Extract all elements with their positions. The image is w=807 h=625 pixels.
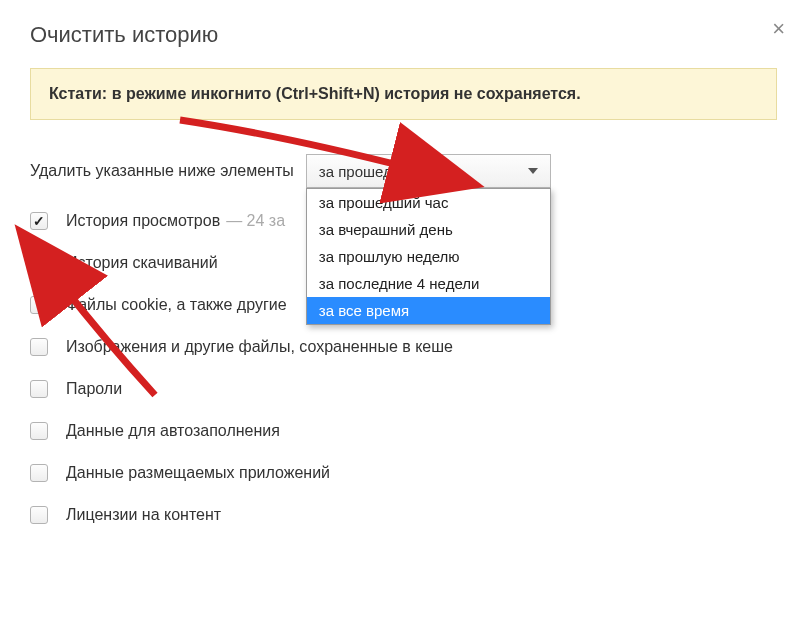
- dialog-title: Очистить историю: [30, 22, 777, 48]
- time-range-option[interactable]: за вчерашний день: [307, 216, 550, 243]
- option-row: Данные для автозаполнения: [30, 422, 777, 440]
- option-label: История скачиваний: [66, 254, 218, 272]
- option-suffix: — 24 за: [226, 212, 285, 230]
- hint-prefix: Кстати:: [49, 85, 107, 102]
- time-range-option[interactable]: за последние 4 недели: [307, 270, 550, 297]
- option-row: Данные размещаемых приложений: [30, 464, 777, 482]
- time-range-option[interactable]: за все время: [307, 297, 550, 324]
- option-label: Файлы cookie, а также другие: [66, 296, 287, 314]
- time-range-dropdown[interactable]: за прошедший часза вчерашний деньза прош…: [306, 188, 551, 325]
- incognito-hint-banner: Кстати: в режиме инкогнито (Ctrl+Shift+N…: [30, 68, 777, 120]
- clear-history-dialog: × Очистить историю Кстати: в режиме инко…: [0, 0, 807, 568]
- checkbox[interactable]: [30, 422, 48, 440]
- chevron-down-icon: [528, 168, 538, 174]
- option-row: Изображения и другие файлы, сохраненные …: [30, 338, 777, 356]
- option-label: Данные размещаемых приложений: [66, 464, 330, 482]
- checkbox[interactable]: [30, 338, 48, 356]
- time-range-selected-value: за прошедший час: [319, 163, 449, 180]
- time-range-row: Удалить указанные ниже элементы за проше…: [30, 154, 777, 188]
- checkbox[interactable]: [30, 212, 48, 230]
- option-row: Пароли: [30, 380, 777, 398]
- checkbox[interactable]: [30, 254, 48, 272]
- time-range-select-wrap: за прошедший час за прошедший часза вчер…: [306, 154, 551, 188]
- time-range-label: Удалить указанные ниже элементы: [30, 162, 294, 180]
- checkbox[interactable]: [30, 380, 48, 398]
- time-range-select[interactable]: за прошедший час: [306, 154, 551, 188]
- checkbox[interactable]: [30, 464, 48, 482]
- option-label: Лицензии на контент: [66, 506, 221, 524]
- time-range-option[interactable]: за прошедший час: [307, 189, 550, 216]
- checkbox[interactable]: [30, 296, 48, 314]
- option-label: Изображения и другие файлы, сохраненные …: [66, 338, 453, 356]
- close-icon[interactable]: ×: [772, 18, 785, 40]
- hint-text: в режиме инкогнито (Ctrl+Shift+N) истори…: [107, 85, 580, 102]
- time-range-option[interactable]: за прошлую неделю: [307, 243, 550, 270]
- option-row: Лицензии на контент: [30, 506, 777, 524]
- option-label: Данные для автозаполнения: [66, 422, 280, 440]
- option-label: История просмотров: [66, 212, 220, 230]
- checkbox[interactable]: [30, 506, 48, 524]
- option-label: Пароли: [66, 380, 122, 398]
